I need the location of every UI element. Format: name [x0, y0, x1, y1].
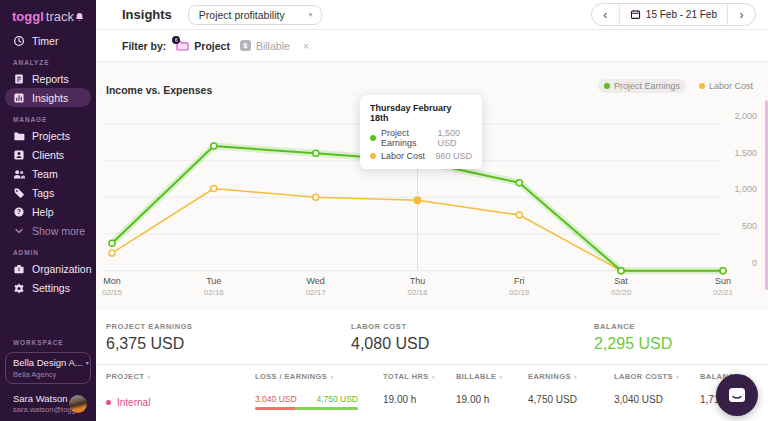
sidebar-item-show-more[interactable]: Show more [0, 221, 96, 240]
toggl-logo-track: track [46, 9, 74, 24]
chart-icon [13, 92, 25, 104]
notifications-bell-icon[interactable] [74, 11, 85, 23]
summary-project-earnings: PROJECT EARNINGS 6,375 USD [106, 322, 351, 364]
loss-bar-segment [255, 407, 295, 410]
billable-filter-chip[interactable]: $ Billable [240, 40, 290, 52]
svg-text:500: 500 [742, 221, 757, 231]
next-period-button[interactable]: › [728, 4, 755, 25]
sidebar-item-label: Reports [32, 73, 69, 85]
table-header-row: PROJECT▾LOSS / EARNINGS▾TOTAL HRS▾BILLAB… [96, 365, 768, 386]
filter-bar: Filter by: 6 Project $ Billable × [96, 30, 768, 62]
loss-value: 3,040 USD [255, 394, 297, 404]
section-label-analyze: ANALYZE [0, 50, 96, 69]
sidebar-item-team[interactable]: Team [0, 164, 96, 183]
column-header-total-hrs[interactable]: TOTAL HRS▾ [383, 372, 456, 381]
sidebar-item-tags[interactable]: Tags [0, 183, 96, 202]
sort-icon: ▾ [147, 373, 150, 380]
column-header-label: EARNINGS [528, 372, 571, 381]
svg-text:1,000: 1,000 [734, 184, 757, 194]
sidebar-item-label: Clients [32, 149, 64, 161]
user-profile[interactable]: Sara Watson sara.watson@toggl... [13, 393, 87, 414]
svg-text:02/19: 02/19 [509, 288, 530, 297]
main-content: Insights Project profitability ▾ ‹ 15 Fe… [96, 0, 768, 421]
intercom-chat-button[interactable] [716, 374, 758, 416]
tooltip-value: 960 USD [435, 151, 472, 161]
svg-text:02/21: 02/21 [713, 288, 734, 297]
sidebar-item-label: Tags [32, 187, 54, 199]
tooltip-value: 1,500 USD [438, 128, 472, 148]
person-icon [13, 149, 25, 161]
sidebar-nav: TimerANALYZEReportsInsightsMANAGEProject… [0, 31, 96, 297]
tag-icon [13, 187, 25, 199]
svg-text:0: 0 [752, 258, 757, 268]
column-header-labor-costs[interactable]: LABOR COSTS▾ [614, 372, 700, 381]
column-header-earnings[interactable]: EARNINGS▾ [528, 372, 614, 381]
table-row[interactable]: Internal 3,040 USD 4,750 USD 19.00 h 19.… [96, 386, 768, 410]
svg-text:2,000: 2,000 [734, 111, 757, 121]
sidebar-item-timer[interactable]: Timer [0, 31, 96, 50]
section-label-manage: MANAGE [0, 107, 96, 126]
tooltip-label: Labor Cost [381, 151, 425, 161]
sidebar-item-reports[interactable]: Reports [0, 69, 96, 88]
column-header-label: LOSS / EARNINGS [255, 372, 327, 381]
prev-period-button[interactable]: ‹ [592, 4, 619, 25]
toggl-logo: toggl [12, 9, 44, 24]
sidebar-item-label: Team [32, 168, 58, 180]
clear-filter-icon[interactable]: × [303, 40, 309, 52]
project-color-dot [106, 400, 111, 405]
sidebar-item-projects[interactable]: Projects [0, 126, 96, 145]
date-range-label: 15 Feb - 21 Feb [646, 9, 717, 20]
workspace-selector[interactable]: Bella Design A... ▾ Bella Agency [5, 352, 91, 384]
svg-text:Sun: Sun [715, 276, 731, 286]
total-hrs-cell: 19.00 h [383, 394, 456, 410]
tooltip-row: Labor Cost 960 USD [370, 151, 472, 161]
labor-costs-cell: 3,040 USD [614, 394, 700, 410]
summary-row: PROJECT EARNINGS 6,375 USD LABOR COST 4,… [96, 310, 768, 364]
loss-earnings-cell: 3,040 USD 4,750 USD [255, 394, 358, 410]
sidebar-item-label: Help [32, 206, 54, 218]
column-header-billable[interactable]: BILLABLE▾ [456, 372, 528, 381]
filter-by-label: Filter by: [122, 40, 166, 52]
svg-text:Sat: Sat [614, 276, 628, 286]
sidebar-item-clients[interactable]: Clients [0, 145, 96, 164]
project-filter-chip[interactable]: 6 Project [176, 40, 230, 52]
date-range-control: ‹ 15 Feb - 21 Feb › [591, 3, 756, 26]
sidebar-item-help[interactable]: ?Help [0, 202, 96, 221]
sidebar-item-insights[interactable]: Insights [5, 88, 91, 107]
svg-text:Thu: Thu [410, 276, 426, 286]
column-header-loss-earnings[interactable]: LOSS / EARNINGS▾ [255, 372, 383, 381]
section-label-admin: ADMIN [0, 240, 96, 259]
sidebar-item-label: Insights [32, 92, 68, 104]
sort-icon: ▾ [574, 373, 577, 380]
sidebar-item-settings[interactable]: Settings [0, 278, 96, 297]
tooltip-title: Thursday February 18th [370, 103, 472, 123]
loss-earnings-bar [255, 407, 358, 410]
dollar-icon: $ [240, 40, 251, 51]
sort-icon: ▾ [330, 373, 333, 380]
building-icon [13, 263, 25, 275]
date-range-picker[interactable]: 15 Feb - 21 Feb [619, 4, 728, 25]
help-icon: ? [13, 206, 25, 218]
earnings-dot-icon [370, 135, 376, 141]
sidebar-item-label: Show more [32, 225, 85, 237]
user-name: Sara Watson [13, 393, 69, 404]
column-header-label: BILLABLE [456, 372, 496, 381]
avatar[interactable] [69, 395, 87, 413]
toggl-track-app: toggl track TimerANALYZEReportsInsightsM… [0, 0, 768, 421]
sidebar-item-label: Projects [32, 130, 70, 142]
sort-icon: ▾ [499, 373, 502, 380]
column-header-label: LABOR COSTS [614, 372, 673, 381]
sidebar-item-organization[interactable]: OrganizationBeta [0, 259, 96, 278]
earnings-value: 4,750 USD [316, 394, 358, 404]
column-header-project[interactable]: PROJECT▾ [106, 372, 255, 381]
column-header-label: TOTAL HRS [383, 372, 429, 381]
column-header-label: PROJECT [106, 372, 144, 381]
svg-text:Wed: Wed [307, 276, 325, 286]
svg-text:Tue: Tue [206, 276, 221, 286]
view-dropdown-value: Project profitability [199, 9, 285, 21]
insights-view-dropdown[interactable]: Project profitability ▾ [188, 5, 322, 25]
projects-table: PROJECT▾LOSS / EARNINGS▾TOTAL HRS▾BILLAB… [96, 364, 768, 410]
tooltip-row: Project Earnings 1,500 USD [370, 128, 472, 148]
sidebar-item-label: Timer [32, 35, 58, 47]
svg-text:02/17: 02/17 [306, 288, 327, 297]
